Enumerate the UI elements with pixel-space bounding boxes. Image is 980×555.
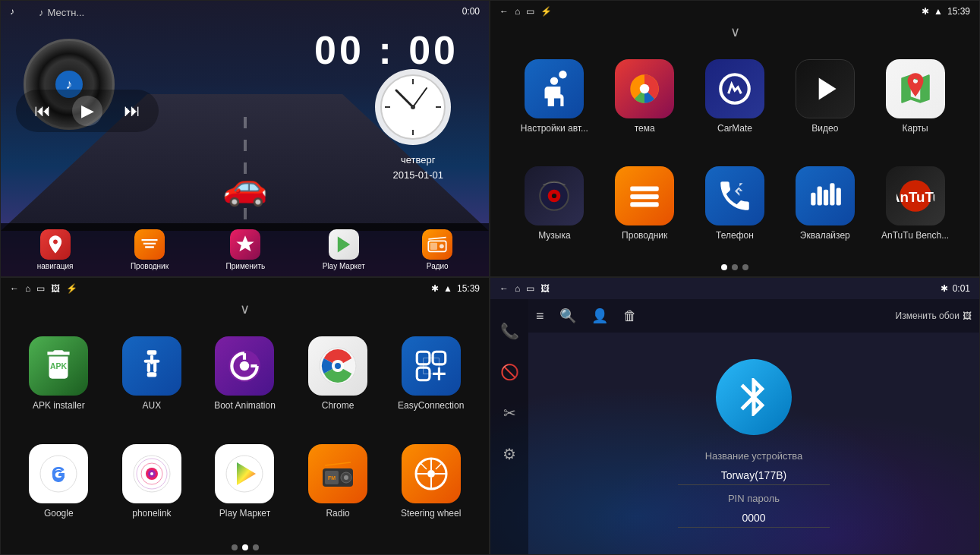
- prev-button[interactable]: ⏮: [28, 98, 57, 124]
- back-icon-q4[interactable]: ←: [499, 283, 509, 294]
- app-radio[interactable]: Радио: [422, 229, 452, 270]
- app-play-market[interactable]: Play Маркет: [202, 444, 288, 519]
- home-icon-q4[interactable]: ⌂: [515, 283, 520, 294]
- home-icon-q3[interactable]: ⌂: [25, 283, 30, 294]
- app-carmate[interactable]: CarMate: [694, 59, 777, 134]
- app-radio-q3[interactable]: FM Radio: [295, 444, 381, 519]
- photo-icon-q4: 🖼: [540, 283, 550, 294]
- svg-rect-24: [817, 187, 821, 206]
- pin-value: 0000: [678, 512, 830, 528]
- app-antutu[interactable]: AnTuTu AnTuTu Bench...: [874, 166, 956, 241]
- radio-icon-q3: FM: [308, 444, 367, 503]
- back-icon-q3[interactable]: ←: [10, 283, 19, 294]
- sidebar-scissors-icon[interactable]: ✂: [503, 404, 516, 422]
- svg-point-11: [440, 244, 444, 248]
- steering-label: Steering wheel: [401, 508, 461, 519]
- music-player-screen: ♪ 0:00 ♪ Местн... ♪ 00 : 00 четверг: [0, 0, 490, 277]
- search-icon[interactable]: 🔍: [559, 307, 576, 324]
- svg-rect-32: [150, 355, 153, 364]
- usb-icon: ⚡: [540, 6, 552, 17]
- app-files[interactable]: Проводник: [603, 166, 686, 241]
- svg-rect-36: [147, 372, 157, 377]
- usb-icon-q3: ⚡: [66, 283, 77, 294]
- svg-point-51: [150, 472, 153, 475]
- app-equalizer[interactable]: Эквалайзер: [783, 166, 866, 241]
- delete-icon[interactable]: 🗑: [623, 308, 637, 324]
- bt-status: ✱: [922, 6, 929, 17]
- svg-line-67: [420, 462, 427, 469]
- bt-sidebar: 📞 🚫 ✂ ⚙: [490, 299, 528, 554]
- recents-icon[interactable]: ▭: [526, 6, 534, 17]
- recents-icon-q4[interactable]: ▭: [526, 283, 534, 294]
- app-easy-connection[interactable]: EasyConnection: [388, 336, 474, 411]
- next-button[interactable]: ⏭: [118, 98, 147, 124]
- antutu-label: AnTuTu Bench...: [881, 230, 949, 241]
- play-button[interactable]: ▶: [72, 96, 102, 126]
- music-icon: [525, 166, 584, 225]
- q3-dot-1: [232, 544, 238, 550]
- app-music[interactable]: Музыка: [513, 166, 596, 241]
- nav-icon: [40, 229, 71, 260]
- carmate-label: CarMate: [717, 123, 752, 134]
- back-icon[interactable]: ←: [499, 6, 509, 17]
- svg-point-38: [240, 361, 250, 371]
- app-explorer[interactable]: Проводник: [131, 229, 169, 270]
- app-grid-screen: ← ⌂ ▭ ⚡ ✱ ▲ 15:39 ∨ Настройки авт...: [490, 0, 980, 277]
- playmarket-icon-q3: [215, 444, 274, 503]
- app-drawer-screen: ← ⌂ ▭ 🖼 ⚡ ✱ ▲ 15:39 ∨ APK APK installer: [0, 277, 490, 555]
- app-video[interactable]: Видео: [783, 59, 866, 134]
- pin-label: PIN пароль: [728, 493, 780, 504]
- bt-q4: ✱: [941, 283, 948, 294]
- chevron-down-icon[interactable]: ∨: [730, 24, 740, 40]
- phone-icon: [705, 166, 764, 225]
- q1-time: 0:00: [462, 6, 480, 17]
- app-theme[interactable]: тема: [603, 59, 686, 134]
- recents-icon-q3[interactable]: ▭: [36, 283, 45, 294]
- svg-rect-22: [630, 203, 659, 207]
- bottom-app-bar: навигация Проводник Применить: [1, 223, 489, 276]
- sidebar-phone-icon[interactable]: 📞: [500, 322, 519, 340]
- car-image: 🚗: [222, 166, 268, 208]
- app-google[interactable]: G Google: [16, 444, 102, 519]
- app-playmarket[interactable]: Play Маркет: [323, 229, 365, 270]
- svg-text:FM: FM: [328, 475, 336, 481]
- carmate-icon: [705, 59, 764, 118]
- sidebar-settings-icon[interactable]: ⚙: [503, 445, 516, 463]
- list-icon[interactable]: ≡: [536, 308, 544, 324]
- app-steering-wheel[interactable]: Steering wheel: [388, 444, 474, 519]
- q3-dot-2: [242, 544, 248, 550]
- radio-label-q3: Radio: [326, 508, 349, 519]
- device-name-value: Torway(177B): [678, 469, 830, 485]
- app-apk-installer[interactable]: APK APK installer: [16, 336, 102, 411]
- add-person-icon[interactable]: 👤: [591, 307, 608, 324]
- q3-chevron[interactable]: ∨: [240, 301, 250, 317]
- wallpaper-button[interactable]: Изменить обои 🖼: [896, 311, 972, 321]
- app-boot-animation[interactable]: Boot Animation: [202, 336, 288, 411]
- dot-1: [721, 264, 727, 270]
- video-icon: [796, 59, 855, 118]
- wallpaper-icon: 🖼: [963, 311, 972, 321]
- page-indicator: [721, 264, 748, 270]
- app-aux[interactable]: AUX: [109, 336, 195, 411]
- app-phone[interactable]: Телефон: [694, 166, 777, 241]
- home-icon[interactable]: ⌂: [515, 6, 520, 17]
- wifi-status: ▲: [934, 6, 943, 17]
- status-bar-q2: ← ⌂ ▭ ⚡ ✱ ▲ 15:39: [490, 1, 979, 22]
- q3-dot-3: [253, 544, 259, 550]
- phonelink-label: phonelink: [132, 508, 171, 519]
- svg-point-62: [427, 470, 435, 478]
- app-navigation[interactable]: навигация: [37, 229, 74, 270]
- svg-point-42: [335, 363, 341, 369]
- svg-rect-10: [430, 243, 437, 250]
- app-phonelink[interactable]: phonelink: [109, 444, 195, 519]
- app-chrome[interactable]: Chrome: [295, 336, 381, 411]
- wallpaper-text: Изменить обои: [896, 311, 960, 321]
- radio-icon: [422, 229, 452, 260]
- app-maps[interactable]: Карты: [874, 59, 956, 134]
- app-apply[interactable]: Применить: [226, 229, 266, 270]
- apply-label: Применить: [226, 262, 266, 270]
- app-car-settings[interactable]: Настройки авт...: [513, 59, 596, 134]
- easy-label: EasyConnection: [398, 400, 464, 411]
- date-value: 2015-01-01: [393, 168, 444, 183]
- sidebar-noentry-icon[interactable]: 🚫: [500, 363, 519, 381]
